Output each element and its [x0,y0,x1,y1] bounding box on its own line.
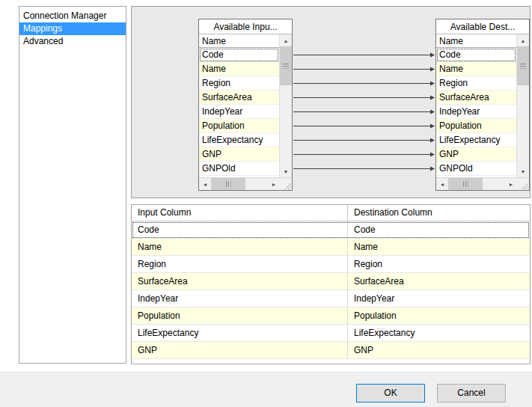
resize-grip-icon [280,178,292,190]
destination-column-cell[interactable]: Region [348,256,530,272]
mapping-table-header: Input Column Destination Column [132,205,530,221]
mapping-line-arrowhead-icon [430,124,435,129]
destination-vscroll-thumb[interactable] [517,46,529,85]
input-column-row[interactable]: Name [199,62,279,76]
mapping-line-arrowhead-icon [430,138,435,143]
input-column-row[interactable]: SurfaceArea [199,91,279,105]
mapping-line-arrowhead-icon [430,96,435,100]
input-column-row[interactable]: IndepYear [199,105,279,119]
input-column-cell[interactable]: Code [132,221,348,238]
destination-horizontal-scrollbar[interactable]: ◄ ► [436,177,529,190]
input-vertical-scrollbar[interactable]: ▲ ▼ [279,34,292,177]
input-hscroll-thumb[interactable] [211,178,245,190]
destination-column-cell[interactable]: Code [348,221,530,238]
cancel-button[interactable]: Cancel [437,384,506,403]
mapping-row: NameName [132,239,530,256]
mapping-row: LifeExpectancyLifeExpectancy [132,325,530,342]
input-column-cell[interactable]: Name [132,239,348,255]
scroll-up-icon[interactable]: ▲ [517,34,529,46]
sidebar-item-mappings[interactable]: Mappings [19,22,126,35]
destination-column-cell[interactable]: LifeExpectancy [348,325,530,341]
mapping-line-arrowhead-icon [430,53,435,58]
available-input-columns-title: Available Inpu... [199,19,292,34]
input-column-cell[interactable]: IndepYear [132,290,348,307]
destination-column-row[interactable]: IndepYear [436,105,516,119]
mapping-table: Input Column Destination Column CodeCode… [131,204,531,364]
scroll-up-icon[interactable]: ▲ [280,34,292,46]
input-vscroll-thumb[interactable] [280,46,292,85]
input-vscroll-track[interactable] [280,85,292,165]
destination-column-row[interactable]: GNP [436,147,516,162]
input-column-row[interactable]: Population [199,119,279,133]
sidebar-item-connection-manager[interactable]: Connection Manager [19,10,126,22]
input-columns-list: CodeNameRegionSurfaceAreaIndepYearPopula… [199,48,279,176]
mapping-table-body: CodeCodeNameNameRegionRegionSurfaceAreaS… [132,221,530,359]
mapping-row: GNPGNP [132,342,530,359]
mapping-line-arrowhead-icon [430,82,435,86]
input-column-header[interactable]: Input Column [132,205,348,221]
input-column-row[interactable]: GNPOld [199,162,279,176]
mapping-line-arrowhead-icon [430,153,435,157]
input-column-cell[interactable]: GNP [132,342,348,358]
input-column-cell[interactable]: Region [132,256,348,272]
scroll-right-icon[interactable]: ► [505,178,517,190]
destination-vscroll-track[interactable] [517,85,529,165]
destination-column-row[interactable]: Name [436,62,516,76]
input-column-cell[interactable]: LifeExpectancy [132,325,348,341]
input-name-column-header[interactable]: Name [199,34,279,48]
mapping-line-arrowhead-icon [430,110,435,114]
mapping-diagram: Available Inpu... Name CodeNameRegionSur… [131,6,531,198]
dialog-footer: OK Cancel [0,372,532,407]
mapping-row: PopulationPopulation [132,307,530,325]
destination-column-header[interactable]: Destination Column [348,205,530,221]
input-column-row[interactable]: Code [199,48,279,62]
destination-column-row[interactable]: Region [436,76,516,91]
ok-button[interactable]: OK [356,384,425,403]
available-destination-columns-box: Available Dest... Name CodeNameRegionSur… [435,19,530,191]
scroll-left-icon[interactable]: ◄ [199,178,211,190]
settings-nav: Connection ManagerMappingsAdvanced [19,6,126,364]
destination-name-column-header[interactable]: Name [436,34,516,48]
mapping-row: SurfaceAreaSurfaceArea [132,273,530,290]
input-column-row[interactable]: Region [199,76,279,91]
destination-column-row[interactable]: Population [436,119,516,133]
mapping-row: IndepYearIndepYear [132,290,530,307]
mapping-connectors [293,7,435,198]
mapping-row: RegionRegion [132,256,530,273]
destination-columns-list: CodeNameRegionSurfaceAreaIndepYearPopula… [436,48,516,176]
scroll-left-icon[interactable]: ◄ [436,178,448,190]
destination-column-row[interactable]: SurfaceArea [436,91,516,105]
mapping-line-arrowhead-icon [430,167,435,171]
destination-column-cell[interactable]: GNP [348,342,530,358]
destination-column-cell[interactable]: SurfaceArea [348,273,530,290]
input-horizontal-scrollbar[interactable]: ◄ ► [199,177,292,190]
destination-column-row[interactable]: LifeExpectancy [436,133,516,147]
destination-column-cell[interactable]: Name [348,239,530,255]
destination-column-cell[interactable]: IndepYear [348,290,530,307]
destination-column-cell[interactable]: Population [348,307,530,324]
input-hscroll-track[interactable] [245,178,268,190]
input-column-cell[interactable]: SurfaceArea [132,273,348,290]
input-column-cell[interactable]: Population [132,307,348,324]
scroll-right-icon[interactable]: ► [268,178,280,190]
input-column-row[interactable]: GNP [199,147,279,162]
resize-grip-icon [517,178,529,190]
destination-hscroll-thumb[interactable] [448,178,483,190]
destination-hscroll-track[interactable] [483,178,505,190]
sidebar-item-advanced[interactable]: Advanced [19,35,126,48]
destination-column-row[interactable]: GNPOld [436,162,516,176]
scroll-down-icon[interactable]: ▼ [280,165,292,177]
mapping-line-arrowhead-icon [430,67,435,72]
available-destination-columns-title: Available Dest... [436,19,529,34]
scroll-down-icon[interactable]: ▼ [517,165,529,177]
mapping-row: CodeCode [132,221,530,239]
destination-vertical-scrollbar[interactable]: ▲ ▼ [516,34,529,177]
input-column-row[interactable]: LifeExpectancy [199,133,279,147]
destination-column-row[interactable]: Code [436,48,516,62]
available-input-columns-box: Available Inpu... Name CodeNameRegionSur… [198,19,293,191]
